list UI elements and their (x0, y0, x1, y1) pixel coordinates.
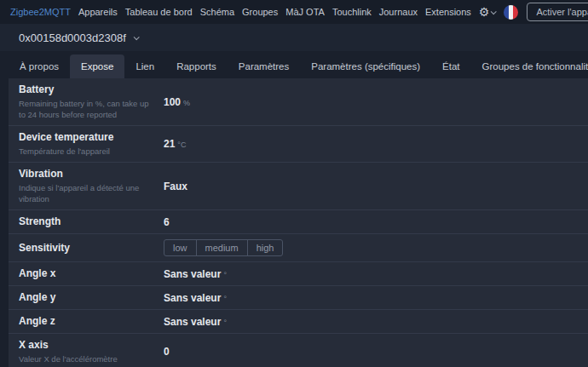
expose-row-title: Angle y (19, 291, 153, 304)
expose-row-title: X axis (19, 339, 153, 352)
tab-expose[interactable]: Expose (70, 54, 124, 78)
nav-item-touchlink[interactable]: Touchlink (332, 7, 372, 17)
expose-row-unit: ° (223, 295, 227, 303)
tab-a-propos[interactable]: À propos (9, 54, 70, 78)
expose-row-battery: Battery Remaining battery in %, can take… (9, 78, 588, 125)
permit-join-split-button: Activer l'appairage (Tout) (527, 3, 588, 21)
gear-icon: ⚙ (479, 5, 490, 19)
expose-row-device-temperature: Device temperature Température de l'appa… (9, 125, 588, 162)
nav-item-appareils[interactable]: Appareils (78, 7, 118, 17)
expose-row-unit: °C (177, 140, 186, 149)
device-tabs: À propos Expose Lien Rapports Paramètres… (9, 51, 588, 78)
tab-lien[interactable]: Lien (124, 54, 165, 78)
expose-row-value: Sans valeur (164, 268, 221, 280)
expose-row-value: 0 (164, 346, 170, 358)
tab-etat[interactable]: État (431, 54, 470, 78)
expose-row-strength: Strength 6 (9, 209, 588, 233)
nav-item-maj-ota[interactable]: MàJ OTA (285, 7, 325, 17)
sensitivity-medium-button[interactable]: medium (196, 239, 248, 256)
top-navbar: Zigbee2MQTT Appareils Tableau de bord Sc… (0, 0, 588, 24)
nav-item-tableau-de-bord[interactable]: Tableau de bord (125, 7, 193, 17)
expose-row-vibration: Vibration Indique si l'appareil a détect… (9, 162, 588, 209)
sensitivity-button-group: low medium high (164, 239, 283, 256)
expose-row-value: Sans valeur (164, 292, 221, 304)
nav-item-schema[interactable]: Schéma (200, 7, 234, 17)
expose-row-angle-y: Angle y Sans valeur ° (9, 285, 588, 309)
device-header: 0x00158d0003d2308f (0, 24, 588, 51)
expose-row-title: Angle x (19, 267, 153, 280)
expose-row-sensitivity: Sensitivity low medium high (9, 233, 588, 261)
expose-row-value: Faux (164, 181, 187, 192)
settings-menu[interactable]: ⚙ (479, 5, 496, 19)
expose-row-unit: ° (223, 271, 227, 279)
expose-row-value: 6 (164, 216, 170, 228)
expose-row-value: Sans valeur (164, 316, 221, 328)
tab-parametres[interactable]: Paramètres (228, 54, 300, 78)
language-flag-icon[interactable] (504, 5, 518, 20)
expose-row-description: Indique si l'appareil a détecté une vibr… (19, 182, 153, 204)
expose-row-value: 21 (164, 138, 175, 150)
expose-panel: Battery Remaining battery in %, can take… (9, 78, 588, 367)
sensitivity-high-button[interactable]: high (247, 239, 284, 256)
tab-parametres-specifiques[interactable]: Paramètres (spécifiques) (300, 54, 431, 78)
expose-row-unit: ° (223, 318, 227, 327)
expose-row-angle-x: Angle x Sans valeur ° (9, 261, 588, 285)
expose-row-title: Device temperature (19, 131, 153, 144)
permit-join-button[interactable]: Activer l'appairage (Tout) (527, 3, 588, 20)
expose-row-title: Vibration (19, 168, 153, 181)
device-address: 0x00158d0003d2308f (19, 32, 126, 44)
expose-row-angle-z: Angle z Sans valeur ° (9, 309, 588, 333)
expose-row-title: Battery (19, 83, 153, 96)
expose-row-title: Strength (19, 215, 153, 228)
device-dropdown-toggle[interactable] (133, 34, 139, 40)
brand-link[interactable]: Zigbee2MQTT (10, 7, 71, 17)
nav-item-journaux[interactable]: Journaux (379, 7, 418, 17)
nav-item-extensions[interactable]: Extensions (425, 7, 471, 17)
expose-row-title: Sensitivity (19, 242, 153, 255)
expose-row-value: 100 (164, 96, 181, 108)
expose-row-title: Angle z (19, 315, 153, 328)
expose-row-unit: % (183, 99, 190, 107)
nav-item-groupes[interactable]: Groupes (242, 7, 278, 17)
navbar-right-cluster: ⚙ Activer l'appairage (Tout) (479, 3, 588, 21)
chevron-down-icon (491, 9, 497, 14)
expose-row-description: Valeur X de l'accéléromètre (19, 353, 153, 364)
tab-groupes-fonctionnalites[interactable]: Groupes de fonctionnalités (471, 54, 588, 78)
expose-row-description: Température de l'appareil (19, 146, 153, 157)
sensitivity-low-button[interactable]: low (164, 239, 197, 256)
expose-row-description: Remaining battery in %, can take up to 2… (19, 98, 153, 120)
expose-row-x-axis: X axis Valeur X de l'accéléromètre 0 (9, 333, 588, 367)
tab-rapports[interactable]: Rapports (165, 54, 228, 78)
